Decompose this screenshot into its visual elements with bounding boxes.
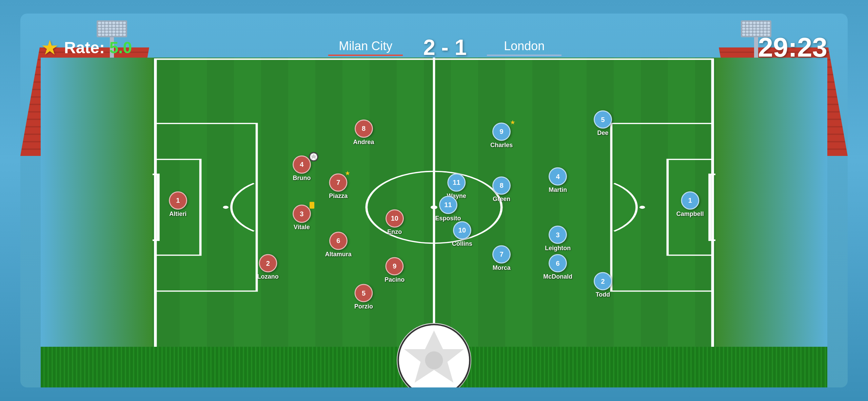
field-markings <box>153 58 715 357</box>
player-name-label: Dee <box>597 129 608 137</box>
team-away: London <box>487 39 561 56</box>
team-home-label: Milan City <box>339 39 392 53</box>
player-circle: 4 <box>549 167 567 186</box>
player-circle: 3 <box>293 205 311 223</box>
player-circle: 1 <box>169 191 187 209</box>
player-circle: 8 <box>492 176 511 195</box>
player-name-label: Todd <box>596 291 610 298</box>
team-away-underline <box>487 55 561 56</box>
background: ★ Rate: 5.0 Milan City 2 - 1 London <box>0 0 868 401</box>
stadium: ★ Rate: 5.0 Milan City 2 - 1 London <box>20 14 848 387</box>
player-martin[interactable]: 4Martin <box>549 167 567 194</box>
team-away-label: London <box>504 39 545 53</box>
player-dee[interactable]: 5Dee <box>594 111 612 137</box>
player-todd[interactable]: 2Todd <box>594 272 612 298</box>
player-circle: 2 <box>259 254 277 273</box>
player-andrea[interactable]: 8Andrea <box>353 119 374 145</box>
player-circle: 9 <box>492 122 511 141</box>
star-icon: ★ <box>41 36 59 59</box>
player-altamura[interactable]: 6Altamura <box>325 232 352 258</box>
player-circle: 5 <box>594 111 612 129</box>
svg-point-16 <box>425 352 443 369</box>
player-piazza[interactable]: ★7Piazza <box>329 173 348 199</box>
player-pacino[interactable]: 9Pacino <box>384 257 405 283</box>
player-vitale[interactable]: 3Vitale <box>293 205 311 231</box>
player-morca[interactable]: 7Morca <box>492 245 511 271</box>
player-circle: 11 <box>439 196 457 214</box>
player-name-label: Porzio <box>354 303 373 310</box>
rate-value: 5.0 <box>109 39 132 57</box>
player-name-label: Campbell <box>676 210 704 217</box>
player-name-label: Morca <box>493 264 511 271</box>
star-badge: ★ <box>510 118 515 126</box>
player-circle: 10 <box>453 221 471 239</box>
player-name-label: Martin <box>549 186 567 194</box>
player-esposito[interactable]: 11Esposito <box>435 196 461 222</box>
player-circle: 2 <box>594 272 612 290</box>
player-green[interactable]: 8Green <box>492 176 511 202</box>
rate-label: Rate: 5.0 <box>64 38 132 57</box>
player-name-label: Vitale <box>294 224 310 231</box>
player-circle: 3 <box>549 226 567 244</box>
player-name-label: Piazza <box>329 192 348 199</box>
timer-display: 29:23 <box>758 32 827 63</box>
sideline-left <box>41 58 154 357</box>
player-charles[interactable]: ★9Charles <box>490 122 513 148</box>
player-collins[interactable]: 10Collins <box>452 221 472 247</box>
svg-point-11 <box>639 206 645 209</box>
team-names: Milan City 2 - 1 London <box>328 35 561 60</box>
player-name-label: Altamura <box>325 250 352 258</box>
player-altieri[interactable]: 1Altieri <box>169 191 187 217</box>
player-circle: 9 <box>386 257 404 275</box>
player-porzio[interactable]: 5Porzio <box>354 284 373 310</box>
player-bruno[interactable]: 4Bruno <box>293 155 311 181</box>
score-area: Milan City 2 - 1 London <box>328 35 561 60</box>
player-mcdonald[interactable]: 6McDonald <box>543 254 572 280</box>
player-name-label: Green <box>493 195 510 202</box>
soccer-ball <box>309 152 318 161</box>
team-home: Milan City <box>328 39 403 56</box>
player-campbell[interactable]: 1Campbell <box>676 191 704 217</box>
player-name-label: Esposito <box>435 215 461 222</box>
player-circle: 7 <box>492 245 511 263</box>
star-badge: ★ <box>345 169 350 177</box>
player-leighton[interactable]: 3Leighton <box>545 226 571 252</box>
player-name-label: Altieri <box>169 210 186 217</box>
player-circle: 6 <box>329 232 348 250</box>
player-enzo[interactable]: 10Enzo <box>386 209 404 235</box>
player-circle: 10 <box>386 209 404 227</box>
header: ★ Rate: 5.0 Milan City 2 - 1 London <box>41 31 827 64</box>
player-name-label: Bruno <box>293 174 311 181</box>
player-name-label: Lozano <box>257 273 279 280</box>
player-circle: 11 <box>447 173 466 192</box>
player-circle: 8 <box>354 119 373 138</box>
rate-area: ★ Rate: 5.0 <box>41 36 132 59</box>
score-display: 2 - 1 <box>423 35 467 60</box>
player-circle: 4 <box>293 155 311 174</box>
player-lozano[interactable]: 2Lozano <box>257 254 279 280</box>
player-name-label: McDonald <box>543 273 572 280</box>
player-name-label: Leighton <box>545 245 571 252</box>
team-home-underline <box>328 55 403 56</box>
sideline-right <box>714 58 827 357</box>
player-circle: 6 <box>549 254 567 273</box>
field: 1Altieri2Lozano3Vitale4Bruno5Porzio6Alta… <box>153 58 715 357</box>
rate-text: Rate: <box>64 39 105 57</box>
player-name-label: Pacino <box>384 276 405 283</box>
player-name-label: Andrea <box>353 138 374 145</box>
player-name-label: Collins <box>452 240 472 247</box>
player-circle: 1 <box>681 191 699 209</box>
player-name-label: Enzo <box>387 228 402 235</box>
yellow-card <box>310 202 314 209</box>
player-circle: 5 <box>354 284 373 302</box>
svg-point-7 <box>223 206 229 209</box>
player-name-label: Charles <box>490 141 513 148</box>
